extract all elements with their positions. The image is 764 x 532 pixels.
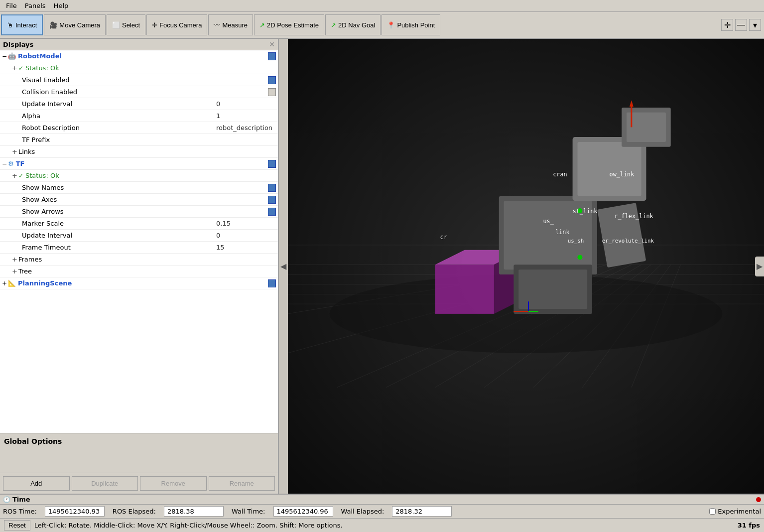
tree-label: Tree [18, 267, 276, 275]
tree-show-axes[interactable]: Show Axes [0, 194, 278, 206]
toolbar-focus-camera-button[interactable]: ✛ Focus Camera [146, 14, 207, 35]
rename-button[interactable]: Rename [209, 476, 275, 491]
menu-help[interactable]: Help [50, 1, 73, 10]
displays-close-icon[interactable]: ✕ [269, 40, 275, 48]
svg-text:ow_link: ow_link [610, 171, 635, 178]
main-content: Displays ✕ − 🤖 RobotModel + ✓ Status: Ok [0, 39, 764, 494]
toolbar-dropdown-button[interactable]: ▾ [749, 19, 761, 31]
ros-time-value: 1495612340.93 [45, 506, 105, 517]
tree-show-names[interactable]: Show Names [0, 182, 278, 194]
displays-panel-header: Displays ✕ [0, 39, 278, 50]
marker-scale-value[interactable]: 0.15 [216, 220, 276, 227]
tree-tf[interactable]: − ⚙ TF [0, 158, 278, 170]
global-options-section: Global Options [0, 433, 278, 473]
time-status-dot [756, 497, 761, 502]
links-expand[interactable]: + [12, 148, 17, 155]
tf-status-label: Status: Ok [25, 172, 276, 179]
tree-update-interval-robot: Update Interval 0 [0, 98, 278, 110]
wall-elapsed-label: Wall Elapsed: [341, 508, 384, 515]
frames-expand[interactable]: + [12, 256, 17, 263]
robot-description-label: Robot Description [22, 124, 216, 132]
toolbar-measure-button[interactable]: 〰 Measure [208, 14, 253, 35]
frames-label: Frames [18, 256, 276, 263]
select-label: Select [122, 21, 140, 29]
update-interval-robot-value[interactable]: 0 [216, 100, 276, 108]
toolbar-pose-estimate-button[interactable]: ↗ 2D Pose Estimate [254, 14, 324, 35]
marker-scale-label: Marker Scale [22, 220, 216, 227]
time-row: ROS Time: 1495612340.93 ROS Elapsed: 281… [0, 505, 764, 519]
fps-badge: 31 fps [738, 522, 760, 529]
robot-description-value[interactable]: robot_description [216, 124, 276, 132]
remove-button[interactable]: Remove [140, 476, 207, 491]
tree-visual-enabled[interactable]: Visual Enabled [0, 74, 278, 86]
planning-toggle[interactable]: + [2, 280, 7, 287]
move-camera-icon: 🎥 [49, 21, 57, 29]
menu-panels[interactable]: Panels [21, 1, 50, 10]
toolbar-publish-point-button[interactable]: 📍 Publish Point [382, 14, 440, 35]
robot-model-toggle[interactable]: − [2, 53, 7, 60]
tree-links[interactable]: + Links [0, 146, 278, 158]
toolbar-move-camera-button[interactable]: 🎥 Move Camera [44, 14, 106, 35]
toolbar-select-button[interactable]: ⬜ Select [107, 14, 145, 35]
wall-time-value: 1495612340.96 [273, 506, 333, 517]
tree-tf-status[interactable]: + ✓ Status: Ok [0, 170, 278, 182]
show-axes-checkbox[interactable] [268, 196, 276, 204]
robot-model-checkbox[interactable] [268, 52, 276, 60]
collapse-panel-button[interactable]: ◀ [279, 39, 288, 494]
expand-right-button[interactable]: ▶ [755, 257, 764, 276]
tree-robot-model[interactable]: − 🤖 RobotModel [0, 50, 278, 62]
tree-frames[interactable]: + Frames [0, 254, 278, 266]
time-header: 🕐 Time [0, 495, 764, 505]
alpha-value[interactable]: 1 [216, 112, 276, 120]
tf-label: TF [16, 160, 266, 167]
planning-scene-checkbox[interactable] [268, 279, 276, 287]
tree-tree[interactable]: + Tree [0, 266, 278, 277]
toolbar-nav-goal-button[interactable]: ↗ 2D Nav Goal [325, 14, 381, 35]
toolbar-minimize-button[interactable]: — [735, 19, 747, 31]
toolbar: 🖱 Interact 🎥 Move Camera ⬜ Select ✛ Focu… [0, 12, 764, 39]
tree-marker-scale: Marker Scale 0.15 [0, 218, 278, 230]
tree-update-interval-tf: Update Interval 0 [0, 230, 278, 242]
tree-collision-enabled[interactable]: Collision Enabled [0, 86, 278, 98]
menu-file[interactable]: File [2, 1, 21, 10]
publish-point-label: Publish Point [397, 21, 435, 29]
ros-time-label: ROS Time: [3, 508, 37, 515]
wall-elapsed-value: 2818.32 [392, 506, 452, 517]
svg-text:r_flex_link: r_flex_link [614, 213, 653, 220]
displays-tree[interactable]: − 🤖 RobotModel + ✓ Status: Ok Visual Ena… [0, 50, 278, 433]
time-header-title: Time [12, 496, 756, 503]
tf-status-expand[interactable]: + [12, 172, 17, 179]
svg-marker-26 [630, 100, 634, 107]
show-names-checkbox[interactable] [268, 184, 276, 192]
frame-timeout-value[interactable]: 15 [216, 244, 276, 251]
pose-estimate-icon: ↗ [259, 21, 265, 29]
toolbar-add-button[interactable]: ✛ [721, 19, 733, 31]
tree-expand[interactable]: + [12, 267, 17, 275]
duplicate-button[interactable]: Duplicate [72, 476, 138, 491]
select-icon: ⬜ [112, 21, 120, 29]
displays-title: Displays [3, 41, 33, 48]
tree-show-arrows[interactable]: Show Arrows [0, 206, 278, 218]
collision-enabled-checkbox[interactable] [268, 88, 276, 96]
experimental-label: Experimental [718, 508, 761, 515]
viewport[interactable]: cran ow_link st_link us_ link r_flex_lin… [288, 39, 764, 494]
links-label: Links [18, 148, 276, 155]
menubar: File Panels Help [0, 0, 764, 12]
experimental-checkbox[interactable] [709, 508, 716, 515]
viewport-canvas: cran ow_link st_link us_ link r_flex_lin… [288, 39, 764, 494]
alpha-label: Alpha [22, 112, 216, 120]
tree-planning-scene[interactable]: + 📐 PlanningScene [0, 277, 278, 289]
robot-status-expand[interactable]: + [12, 64, 17, 72]
tf-checkbox[interactable] [268, 160, 276, 168]
reset-button[interactable]: Reset [4, 520, 30, 531]
toolbar-interact-button[interactable]: 🖱 Interact [1, 14, 43, 35]
visual-enabled-checkbox[interactable] [268, 76, 276, 84]
svg-text:cr: cr [440, 234, 447, 241]
tf-toggle[interactable]: − [2, 160, 7, 167]
update-interval-tf-value[interactable]: 0 [216, 232, 276, 239]
tree-robot-status[interactable]: + ✓ Status: Ok [0, 62, 278, 74]
show-arrows-checkbox[interactable] [268, 208, 276, 216]
add-button[interactable]: Add [3, 476, 70, 491]
svg-rect-24 [627, 113, 666, 142]
statusbar: 🕐 Time ROS Time: 1495612340.93 ROS Elaps… [0, 494, 764, 532]
